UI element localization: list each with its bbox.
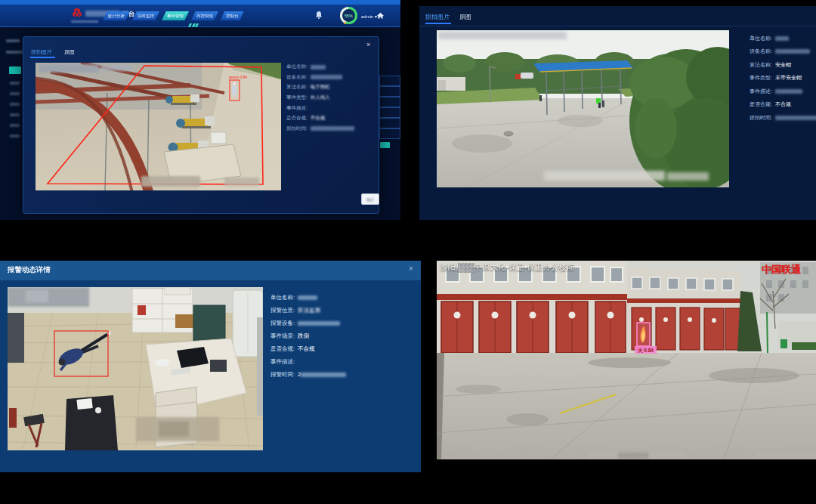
selected-tag-chip[interactable] [380, 142, 390, 148]
dialog-title: 报警动态详情 [8, 265, 51, 275]
surveillance-screenshot-collage: { "colors": {"accent_teal":"#38d6c8","al… [0, 0, 816, 504]
capture-detail-panel: 抓拍图片 原图 [419, 6, 816, 220]
detail-field: 事件描述: [270, 355, 346, 368]
alarm-detail-dialog: 报警动态详情 × [0, 261, 421, 472]
navbar-tabs: 统计分析 实时监控 事件管理 布控管理 控制台 [103, 11, 244, 20]
detail-field: 算法名称: 电子围栏 [286, 82, 354, 93]
form-row [379, 97, 400, 107]
tab-original-image[interactable]: 原图 [64, 48, 75, 56]
detection-label: person 0.84 [229, 76, 247, 79]
fire-detection-box [637, 323, 650, 346]
gauge-percent: 55% [342, 9, 355, 22]
decorative-dashes [189, 23, 198, 27]
detail-field: 单位名称: [286, 62, 354, 73]
detail-fields: 单位名称: 设备名称: 算法名称: 安全帽 事件类型: 未带安全帽 [750, 32, 816, 125]
home-icon[interactable] [376, 11, 385, 20]
form-row [379, 128, 400, 139]
platform-screenshot: 平台 统计分析 实时监控 事件管理 布控管理 [0, 0, 400, 220]
camera-image-office-fall [8, 287, 263, 450]
page-text-redacted [6, 39, 20, 42]
list-item [10, 82, 20, 85]
detail-field: 单位名称: [270, 291, 346, 304]
alarm-fields: 单位名称: 报警位置: 算法监测 报警设备: 事件场景: 跌倒 [270, 291, 346, 381]
detail-field: 事件描述: [286, 103, 354, 113]
detail-field: 是否合规: 不合规 [286, 113, 354, 124]
brand-subtitle-redacted [71, 20, 98, 23]
camera-image-industrial: person 0.84 [36, 63, 281, 190]
navbar-tab[interactable]: 事件管理 [162, 11, 189, 20]
detail-field: 抓拍时间: [286, 124, 354, 135]
fire-detection-label: 火 0.84 [638, 348, 654, 354]
detail-fields: 单位名称: 设备名称: 算法名称: 电子围栏 事件类型: [286, 62, 354, 134]
detail-field: 事件类型: 外人闯入 [286, 93, 354, 104]
china-unicom-watermark: 中国联通 [762, 263, 801, 277]
active-tab-underline [30, 57, 55, 58]
detail-field: 报警设备: [270, 317, 346, 329]
capture-detail-popup: × 抓拍图片 原图 [23, 36, 379, 214]
china-unicom-logo-icon [71, 8, 83, 20]
form-row [379, 76, 400, 86]
page-text-redacted [6, 51, 23, 54]
list-item [10, 92, 20, 95]
detail-field: 是否合规: 不合规 [750, 98, 816, 112]
navbar-tab[interactable]: 控制台 [221, 11, 244, 20]
detail-field: 事件类型: 未带安全帽 [750, 72, 816, 85]
detail-field: 报警位置: 算法监测 [270, 304, 346, 317]
detail-field: 事件描述: [750, 85, 816, 98]
confirm-button[interactable]: 确定 [361, 193, 379, 205]
health-gauge[interactable]: 55% [340, 7, 357, 24]
close-icon[interactable]: × [366, 41, 370, 48]
detail-field: 事件场景: 跌倒 [270, 329, 346, 342]
bell-icon[interactable] [315, 11, 323, 20]
detail-field: 设备名称: [750, 45, 816, 59]
detail-field: 单位名称: [750, 32, 816, 45]
form-row [379, 107, 400, 118]
detail-field: 是否合规: 不合规 [270, 342, 346, 355]
list-item [10, 113, 20, 116]
active-tab-underline [425, 23, 451, 24]
detail-field: 报警时间: 2 [270, 368, 346, 381]
header-divider [419, 26, 816, 26]
user-menu[interactable]: admin ▾ [361, 14, 377, 19]
title-redaction-patch [458, 263, 474, 273]
camera-image-yard [437, 30, 729, 187]
camera-image-firestation: 火 0.84 [437, 261, 816, 459]
gauge-warning-dot [344, 22, 346, 24]
detail-field: 抓拍时间: [750, 111, 816, 125]
tab-capture-image[interactable]: 抓拍图片 [31, 48, 52, 56]
dialog-header: 报警动态详情 × [0, 261, 421, 280]
form-row [379, 118, 400, 128]
list-item [10, 135, 20, 138]
list-item [10, 103, 20, 106]
navbar-tab[interactable]: 统计分析 [103, 11, 130, 20]
navbar: 平台 统计分析 实时监控 事件管理 布控管理 [0, 5, 400, 27]
list-item [10, 124, 20, 127]
detail-field: 设备名称: [286, 73, 354, 83]
form-row [379, 86, 400, 97]
tab-capture-image[interactable]: 抓拍图片 [425, 13, 450, 21]
tab-original-image[interactable]: 原图 [459, 13, 471, 21]
navbar-tab[interactable]: 实时监控 [132, 11, 159, 20]
filter-chip-active[interactable] [9, 66, 21, 74]
detail-field: 算法名称: 安全帽 [750, 58, 816, 72]
navbar-tab[interactable]: 布控管理 [191, 11, 218, 20]
close-icon[interactable]: × [409, 264, 413, 273]
camera-frame-firestation: 火 0.84 濮阳厂区-中原大化-保卫-保卫办公楼前 中国联通 [437, 261, 816, 459]
